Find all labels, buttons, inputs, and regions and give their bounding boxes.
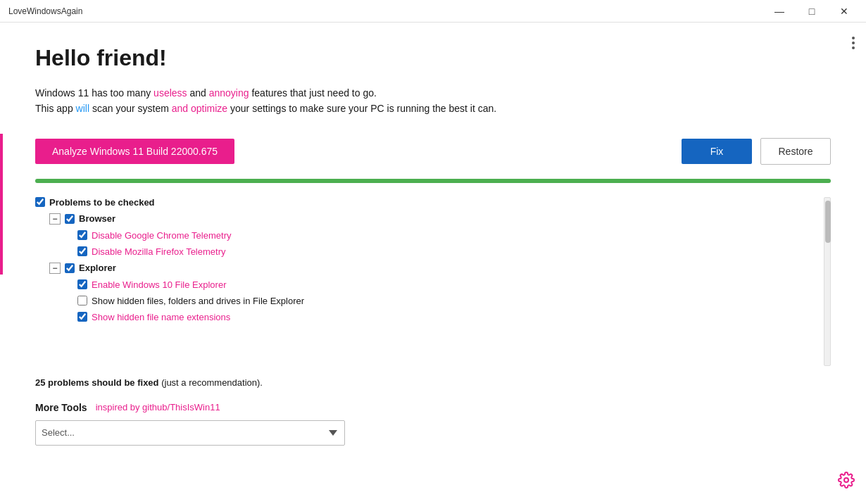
restore-button[interactable]: Restore bbox=[760, 138, 831, 165]
chrome-telemetry-checkbox[interactable] bbox=[77, 230, 87, 240]
browser-collapse-btn[interactable]: − bbox=[49, 213, 61, 225]
page-title: Hello friend! bbox=[35, 45, 831, 71]
desc-line-2: This app will scan your system and optim… bbox=[35, 101, 831, 116]
browser-checkbox[interactable] bbox=[65, 214, 75, 224]
checklist-content: Problems to be checked − Browser Disable… bbox=[35, 197, 824, 366]
progress-bar-fill bbox=[35, 179, 831, 183]
explorer-label: Explorer bbox=[79, 263, 116, 273]
menu-dot bbox=[852, 37, 855, 39]
more-tools-select[interactable]: Select... bbox=[35, 420, 345, 446]
menu-dots-button[interactable] bbox=[849, 34, 858, 52]
browser-label: Browser bbox=[79, 213, 115, 224]
explorer-items: Enable Windows 10 File Explorer Show hid… bbox=[49, 279, 818, 322]
description-text: Windows 11 has too many useless and anno… bbox=[35, 85, 831, 117]
gear-button[interactable] bbox=[838, 472, 855, 493]
button-row: Analyze Windows 11 Build 22000.675 Fix R… bbox=[35, 138, 831, 165]
explorer-section: − Explorer Enable Windows 10 File Explor… bbox=[35, 263, 818, 322]
hidden-files-checkbox[interactable] bbox=[77, 296, 87, 305]
hidden-extensions-item: Show hidden file name extensions bbox=[77, 312, 818, 322]
problems-note: (just a recommendation). bbox=[161, 377, 263, 388]
scrollbar-track bbox=[824, 197, 831, 366]
progress-bar-container bbox=[35, 179, 831, 183]
main-content: Hello friend! Windows 11 has too many us… bbox=[0, 23, 866, 504]
checklist-area: Problems to be checked − Browser Disable… bbox=[35, 197, 831, 366]
word-useless: useless bbox=[153, 87, 187, 99]
app-title: LoveWindowsAgain bbox=[8, 6, 82, 16]
menu-dot bbox=[852, 42, 855, 44]
maximize-button[interactable]: □ bbox=[796, 0, 828, 23]
word-optimize: optimize bbox=[191, 103, 227, 114]
more-tools-row: More Tools inspired by github/ThisIsWin1… bbox=[35, 402, 831, 413]
minimize-button[interactable]: — bbox=[763, 0, 796, 23]
menu-dot bbox=[852, 46, 855, 49]
more-tools-link[interactable]: inspired by github/ThisIsWin11 bbox=[96, 402, 220, 412]
explorer-category-item: − Explorer bbox=[49, 263, 818, 274]
explorer-checkbox[interactable] bbox=[65, 263, 75, 273]
problems-count: 25 problems should be fixed bbox=[35, 377, 159, 388]
desc-line-1: Windows 11 has too many useless and anno… bbox=[35, 85, 831, 101]
root-checkbox[interactable] bbox=[35, 197, 45, 207]
chrome-telemetry-item: Disable Google Chrome Telemetry bbox=[77, 230, 818, 241]
browser-section: − Browser Disable Google Chrome Telemetr… bbox=[35, 213, 818, 257]
window-controls: — □ ✕ bbox=[763, 0, 860, 23]
close-button[interactable]: ✕ bbox=[828, 0, 860, 23]
title-bar: LoveWindowsAgain — □ ✕ bbox=[0, 0, 866, 23]
hidden-files-label: Show hidden files, folders and drives in… bbox=[92, 296, 304, 306]
win10-explorer-item: Enable Windows 10 File Explorer bbox=[77, 279, 818, 290]
firefox-telemetry-label: Disable Mozilla Firefox Telemetry bbox=[92, 246, 226, 257]
word-and: and bbox=[172, 103, 188, 114]
root-label: Problems to be checked bbox=[49, 197, 155, 208]
chrome-telemetry-label: Disable Google Chrome Telemetry bbox=[92, 230, 231, 241]
scrollbar-thumb[interactable] bbox=[825, 201, 831, 243]
firefox-telemetry-checkbox[interactable] bbox=[77, 246, 87, 256]
word-will: will bbox=[76, 103, 89, 114]
hidden-extensions-label: Show hidden file name extensions bbox=[92, 312, 230, 322]
fix-button[interactable]: Fix bbox=[682, 139, 752, 164]
root-check-item: Problems to be checked bbox=[35, 197, 818, 208]
gear-icon bbox=[838, 472, 855, 489]
win10-explorer-label: Enable Windows 10 File Explorer bbox=[92, 279, 226, 290]
firefox-telemetry-item: Disable Mozilla Firefox Telemetry bbox=[77, 246, 818, 257]
analyze-button[interactable]: Analyze Windows 11 Build 22000.675 bbox=[35, 139, 234, 164]
more-tools-label: More Tools bbox=[35, 402, 87, 413]
hidden-files-item: Show hidden files, folders and drives in… bbox=[77, 296, 818, 306]
explorer-collapse-btn[interactable]: − bbox=[49, 263, 61, 274]
word-annoying: annoying bbox=[209, 87, 249, 99]
browser-items: Disable Google Chrome Telemetry Disable … bbox=[49, 230, 818, 257]
win10-explorer-checkbox[interactable] bbox=[77, 279, 87, 289]
hidden-extensions-checkbox[interactable] bbox=[77, 312, 87, 322]
browser-category-item: − Browser bbox=[49, 213, 818, 225]
problems-summary: 25 problems should be fixed (just a reco… bbox=[35, 377, 831, 388]
left-accent-bar bbox=[0, 134, 3, 275]
